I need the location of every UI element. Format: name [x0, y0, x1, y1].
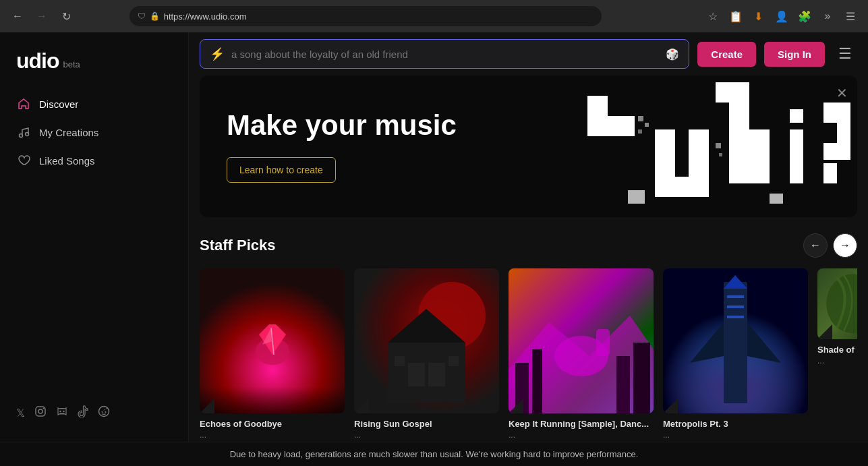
svg-rect-32	[823, 163, 837, 183]
page-layout: udio beta Discover	[0, 32, 868, 442]
main-content: ⚡ 🎲 Create Sign In ☰ Make your music Lea…	[189, 32, 868, 442]
svg-rect-51	[633, 343, 650, 413]
svg-rect-25	[716, 143, 721, 148]
svg-rect-55	[724, 282, 747, 403]
sidebar-my-creations-label: My Creations	[39, 127, 98, 138]
card-title-5: Shade of Yesterda...	[817, 345, 857, 355]
svg-rect-18	[790, 109, 803, 123]
card-image-2	[354, 268, 499, 413]
svg-rect-44	[395, 356, 405, 366]
discord-icon[interactable]	[56, 405, 68, 420]
bookmark-btn[interactable]: ☆	[703, 7, 722, 26]
cards-row: Echoes of Goodbye ...	[200, 268, 857, 440]
hero-cta-button[interactable]: Learn how to create	[227, 157, 336, 183]
hamburger-btn[interactable]: ☰	[841, 7, 860, 26]
svg-rect-33	[628, 190, 645, 204]
sidebar-item-discover[interactable]: Discover	[5, 90, 183, 118]
card-image-1	[200, 268, 345, 413]
hero-title: Make your music	[227, 110, 457, 141]
logo-text: udio	[16, 49, 59, 74]
top-bar: ⚡ 🎲 Create Sign In ☰	[189, 32, 868, 76]
pocket-btn[interactable]: 📋	[726, 7, 745, 26]
browser-back-btn[interactable]: ←	[8, 7, 27, 26]
random-icon[interactable]: 🎲	[666, 48, 679, 61]
svg-point-7	[99, 407, 109, 417]
svg-rect-17	[729, 129, 749, 150]
prev-arrow-btn[interactable]: ←	[803, 233, 828, 258]
status-message: Due to heavy load, generations are much …	[230, 449, 639, 459]
sidebar-item-liked-songs[interactable]: Liked Songs	[5, 146, 183, 175]
svg-point-4	[43, 408, 45, 409]
svg-rect-49	[532, 349, 542, 413]
svg-point-10	[107, 408, 108, 409]
browser-reload-btn[interactable]: ↻	[57, 7, 76, 26]
search-bar[interactable]: ⚡ 🎲	[200, 39, 689, 69]
svg-rect-13	[689, 129, 709, 183]
lightning-icon: ⚡	[210, 47, 225, 61]
search-input[interactable]	[231, 49, 659, 60]
hero-close-button[interactable]: ✕	[836, 85, 848, 101]
browser-chrome: ← → ↻ 🛡 🔒 https://www.udio.com ☆ 📋 ⬇ 👤 🧩…	[0, 0, 868, 32]
svg-rect-58	[727, 305, 744, 308]
sidebar-nav: Discover My Creations Li	[0, 90, 188, 395]
home-icon	[16, 96, 31, 111]
svg-rect-53	[596, 329, 610, 356]
card-image-4	[663, 268, 808, 413]
url-text: https://www.udio.com	[164, 11, 247, 22]
svg-rect-43	[428, 363, 445, 386]
svg-rect-11	[655, 129, 675, 183]
svg-point-8	[102, 411, 103, 413]
card-image-5	[817, 268, 857, 339]
sidebar-discover-label: Discover	[39, 98, 78, 110]
svg-rect-40	[388, 343, 465, 403]
svg-rect-16	[749, 129, 770, 183]
extensions-btn[interactable]: 🧩	[795, 7, 814, 26]
menu-button[interactable]: ☰	[833, 42, 857, 65]
card-subtitle-2: ...	[354, 430, 499, 440]
twitter-icon[interactable]: 𝕏	[16, 407, 25, 419]
card-subtitle-4: ...	[663, 430, 808, 440]
music-icon	[16, 125, 31, 140]
music-card-5[interactable]: Shade of Yesterda... ...	[817, 268, 857, 440]
card-title-1: Echoes of Goodbye	[200, 419, 345, 429]
tiktok-icon[interactable]	[78, 405, 88, 420]
svg-rect-31	[823, 143, 850, 160]
card-subtitle-3: ...	[509, 430, 654, 440]
music-card-1[interactable]: Echoes of Goodbye ...	[200, 268, 345, 440]
svg-rect-23	[645, 123, 649, 127]
svg-rect-20	[587, 96, 608, 136]
account-btn[interactable]: 👤	[772, 7, 791, 26]
staff-picks-title: Staff Picks	[200, 237, 276, 254]
svg-point-9	[105, 411, 107, 413]
card-title-2: Rising Sun Gospel	[354, 419, 499, 429]
browser-forward-btn[interactable]: →	[32, 7, 51, 26]
sidebar-item-my-creations[interactable]: My Creations	[5, 118, 183, 146]
svg-point-1	[26, 133, 29, 136]
reddit-icon[interactable]	[98, 405, 110, 420]
sign-in-button[interactable]: Sign In	[764, 42, 825, 67]
next-arrow-btn[interactable]: →	[833, 233, 857, 258]
svg-rect-19	[790, 129, 803, 183]
card-subtitle-1: ...	[200, 430, 345, 440]
heart-icon	[16, 153, 31, 168]
music-card-2[interactable]: Rising Sun Gospel ...	[354, 268, 499, 440]
download-btn[interactable]: ⬇	[749, 7, 768, 26]
hero-content: Make your music Learn how to create	[200, 88, 484, 204]
staff-picks-section: Staff Picks ← →	[189, 217, 868, 442]
svg-rect-45	[449, 356, 459, 366]
svg-rect-24	[638, 129, 642, 134]
logo-beta: beta	[63, 59, 80, 69]
svg-rect-28	[736, 96, 749, 116]
svg-rect-42	[408, 363, 425, 386]
svg-rect-50	[616, 356, 630, 413]
sidebar-logo: udio beta	[0, 43, 188, 90]
svg-rect-57	[727, 295, 744, 298]
create-button[interactable]: Create	[697, 42, 756, 67]
sidebar-liked-songs-label: Liked Songs	[39, 155, 95, 167]
music-card-3[interactable]: Keep It Running [Sample], Danc... ...	[509, 268, 654, 440]
overflow-btn[interactable]: »	[818, 7, 837, 26]
music-card-4[interactable]: Metropolis Pt. 3 ...	[663, 268, 808, 440]
card-image-3	[509, 268, 654, 413]
card-title-4: Metropolis Pt. 3	[663, 419, 808, 429]
instagram-icon[interactable]	[34, 405, 47, 420]
